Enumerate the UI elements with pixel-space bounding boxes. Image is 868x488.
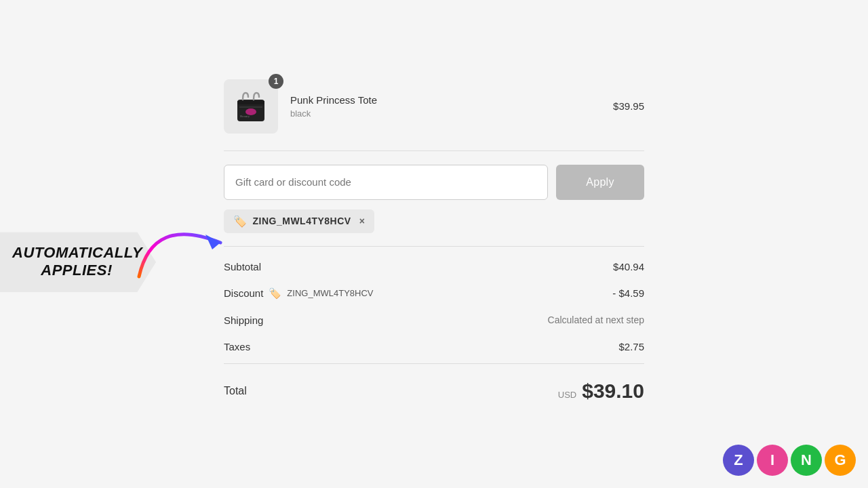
- total-divider: [224, 363, 644, 364]
- subtotal-value: $40.94: [613, 261, 644, 272]
- product-divider: [224, 150, 644, 151]
- coupon-tag: 🏷️ ZING_MWL4TY8HCV ×: [224, 209, 374, 233]
- subtotal-label: Subtotal: [224, 261, 261, 272]
- total-row: Total USD $39.10: [224, 367, 644, 409]
- banner-line1: AUTOMATICALLY: [12, 244, 142, 261]
- discount-input-row: Apply: [224, 165, 644, 200]
- tag-icon: 🏷️: [233, 215, 248, 228]
- shipping-value: Calculated at next step: [548, 314, 644, 325]
- taxes-label: Taxes: [224, 341, 250, 352]
- discount-label: Discount: [224, 287, 263, 299]
- zing-logos: Z I N G: [723, 445, 856, 476]
- zing-z-logo: Z: [723, 445, 754, 476]
- total-right: USD $39.10: [558, 380, 644, 403]
- summary-top-divider: [224, 246, 644, 247]
- total-amount: $39.10: [582, 380, 644, 403]
- auto-applies-banner: AUTOMATICALLY APPLIES!: [0, 232, 156, 292]
- coupon-remove-button[interactable]: ×: [359, 216, 366, 226]
- tote-bag-svg: Beauty: [231, 86, 271, 127]
- shipping-label: Shipping: [224, 314, 263, 326]
- coupon-code: ZING_MWL4TY8HCV: [253, 216, 351, 226]
- product-price: $39.95: [613, 100, 644, 112]
- discount-tag-icon-inline: 🏷️: [269, 287, 281, 300]
- total-label: Total: [224, 385, 247, 397]
- product-image-wrapper: Beauty 1: [224, 79, 278, 134]
- subtotal-row: Subtotal $40.94: [224, 253, 644, 280]
- discount-label-group: Discount 🏷️ ZING_MWL4TY8HCV: [224, 287, 374, 300]
- order-panel: Beauty 1 Punk Princess Tote black $39.95…: [210, 66, 658, 423]
- product-left: Beauty 1 Punk Princess Tote black: [224, 79, 377, 134]
- taxes-value: $2.75: [618, 341, 644, 352]
- svg-text:Beauty: Beauty: [240, 115, 250, 118]
- svg-rect-2: [237, 101, 264, 104]
- product-info: Punk Princess Tote black: [290, 94, 377, 119]
- banner-box: AUTOMATICALLY APPLIES!: [0, 232, 156, 292]
- summary-section: Subtotal $40.94 Discount 🏷️ ZING_MWL4TY8…: [224, 253, 644, 360]
- discount-value: - $4.59: [612, 287, 644, 299]
- svg-rect-4: [239, 106, 262, 108]
- discount-row: Discount 🏷️ ZING_MWL4TY8HCV - $4.59: [224, 280, 644, 307]
- total-currency: USD: [558, 390, 576, 400]
- product-name: Punk Princess Tote: [290, 94, 377, 106]
- apply-button[interactable]: Apply: [556, 165, 644, 200]
- zing-i-logo: I: [757, 445, 788, 476]
- zing-g-logo: G: [825, 445, 856, 476]
- product-row: Beauty 1 Punk Princess Tote black $39.95: [224, 73, 644, 147]
- banner-line2: APPLIES!: [41, 262, 112, 279]
- discount-code-input[interactable]: [224, 165, 548, 200]
- banner-text: AUTOMATICALLY APPLIES!: [12, 244, 141, 280]
- zing-n-logo: N: [791, 445, 822, 476]
- product-badge: 1: [269, 74, 283, 89]
- taxes-row: Taxes $2.75: [224, 333, 644, 360]
- shipping-row: Shipping Calculated at next step: [224, 307, 644, 333]
- product-image: Beauty: [224, 79, 278, 134]
- page-wrapper: AUTOMATICALLY APPLIES!: [0, 0, 868, 488]
- discount-code-inline: ZING_MWL4TY8HCV: [287, 288, 373, 298]
- product-variant: black: [290, 108, 377, 119]
